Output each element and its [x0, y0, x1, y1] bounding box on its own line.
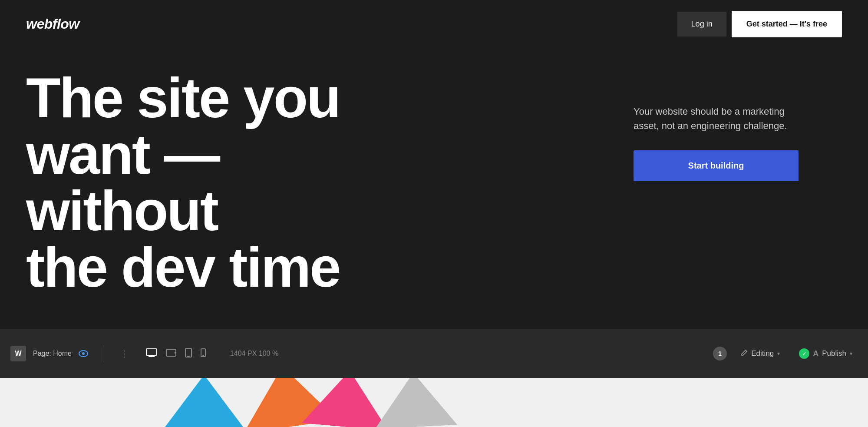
shape-gray	[372, 378, 457, 427]
hero-right-panel: Your website should be a marketing asset…	[634, 104, 799, 181]
toolbar-right: 1 Editing ▾ ✓ A Publish ▾	[713, 345, 858, 362]
publish-check-icon: ✓	[799, 348, 809, 359]
svg-rect-7	[175, 352, 175, 354]
separator-1	[104, 345, 104, 362]
editing-label: Editing	[751, 349, 774, 358]
get-started-button[interactable]: Get started — it's free	[732, 11, 842, 37]
canvas-dimensions: 1404 PX 100 %	[230, 350, 278, 357]
hero-section: webflow Log in Get started — it's free T…	[0, 0, 868, 378]
more-options-icon[interactable]: ⋮	[120, 348, 129, 359]
preview-shapes	[0, 378, 868, 427]
eye-icon[interactable]	[79, 349, 88, 358]
start-building-button[interactable]: Start building	[634, 150, 799, 181]
editing-mode-button[interactable]: Editing ▾	[736, 346, 785, 361]
page-label: Page: Home	[33, 350, 72, 357]
hero-headline: The site you want — without the dev time	[26, 70, 417, 295]
publish-a-icon: A	[813, 349, 818, 358]
publish-label: Publish	[822, 349, 846, 358]
editing-dropdown-arrow: ▾	[777, 351, 780, 357]
pencil-icon	[741, 349, 748, 358]
publish-dropdown-arrow: ▾	[850, 351, 852, 357]
publish-button[interactable]: ✓ A Publish ▾	[794, 345, 858, 362]
device-icons	[146, 348, 206, 360]
nav-buttons: Log in Get started — it's free	[677, 11, 842, 37]
svg-rect-2	[146, 349, 157, 355]
shape-blue	[165, 378, 243, 427]
collaborator-badge: 1	[713, 347, 727, 361]
tablet-portrait-icon[interactable]	[185, 348, 192, 360]
desktop-icon[interactable]	[146, 348, 157, 359]
webflow-w-icon[interactable]: W	[10, 346, 26, 361]
mobile-icon[interactable]	[201, 348, 206, 359]
svg-point-1	[82, 352, 85, 355]
toolbar-left: W Page: Home ⋮	[10, 345, 713, 362]
tablet-landscape-icon[interactable]	[166, 349, 176, 359]
svg-rect-6	[166, 349, 176, 356]
svg-rect-9	[187, 356, 190, 357]
svg-rect-11	[202, 355, 204, 356]
preview-strip	[0, 378, 868, 427]
logo: webflow	[26, 16, 79, 32]
editor-toolbar: W Page: Home ⋮	[0, 329, 868, 378]
login-button[interactable]: Log in	[677, 12, 726, 36]
hero-subtext: Your website should be a marketing asset…	[634, 104, 799, 133]
navigation: webflow Log in Get started — it's free	[0, 0, 868, 48]
